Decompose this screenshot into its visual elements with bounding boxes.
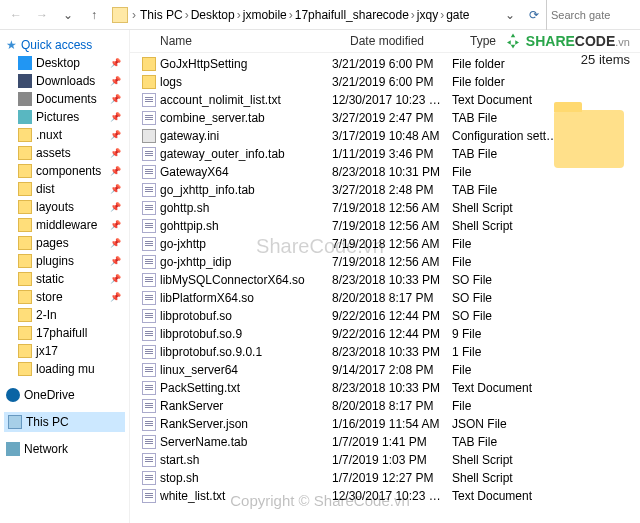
sidebar-item[interactable]: dist📌 <box>4 180 125 198</box>
desktop-icon <box>18 56 32 70</box>
file-row[interactable]: start.sh1/7/2019 1:03 PMShell Script <box>130 451 640 469</box>
pin-icon: 📌 <box>110 184 121 194</box>
file-name: libMySQLConnectorX64.so <box>142 273 332 287</box>
sidebar-item-label: 2-In <box>36 308 57 322</box>
file-row[interactable]: gohttp.sh7/19/2018 12:56 AMShell Script <box>130 199 640 217</box>
search-input[interactable]: Search gate <box>546 0 636 30</box>
sidebar-item[interactable]: plugins📌 <box>4 252 125 270</box>
pin-icon: 📌 <box>110 256 121 266</box>
file-type: File <box>452 237 562 251</box>
sidebar-item-label: jx17 <box>36 344 58 358</box>
sidebar-item[interactable]: 17phaifull <box>4 324 125 342</box>
file-type: TAB File <box>452 111 562 125</box>
sidebar-item[interactable]: assets📌 <box>4 144 125 162</box>
file-row[interactable]: libprotobuf.so.99/22/2016 12:44 PM9 File <box>130 325 640 343</box>
file-row[interactable]: go-jxhttp_idip7/19/2018 12:56 AMFile <box>130 253 640 271</box>
sidebar-item[interactable]: layouts📌 <box>4 198 125 216</box>
file-row[interactable]: ServerName.tab1/7/2019 1:41 PMTAB File <box>130 433 640 451</box>
file-date: 3/17/2019 10:48 AM <box>332 129 452 143</box>
pin-icon: 📌 <box>110 76 121 86</box>
file-row[interactable]: go_jxhttp_info.tab3/27/2018 2:48 PMTAB F… <box>130 181 640 199</box>
sidebar-item[interactable]: Documents📌 <box>4 90 125 108</box>
col-date-header[interactable]: Date modified <box>350 34 470 48</box>
file-row[interactable]: PackSetting.txt8/23/2018 10:33 PMText Do… <box>130 379 640 397</box>
chevron-right-icon: › <box>183 8 191 22</box>
refresh-button[interactable]: ⟳ <box>524 3 544 27</box>
star-icon: ★ <box>6 38 17 52</box>
sidebar-item[interactable]: static📌 <box>4 270 125 288</box>
file-row[interactable]: libprotobuf.so9/22/2016 12:44 PMSO File <box>130 307 640 325</box>
file-type: Text Document <box>452 489 562 503</box>
file-name: combine_server.tab <box>142 111 332 125</box>
sidebar-this-pc[interactable]: This PC <box>4 412 125 432</box>
file-row[interactable]: GoJxHttpSetting3/21/2019 6:00 PMFile fol… <box>130 55 640 73</box>
breadcrumb[interactable]: › This PC›Desktop›jxmobile›17phaifull_sh… <box>108 7 496 23</box>
file-row[interactable]: white_list.txt12/30/2017 10:23 …Text Doc… <box>130 487 640 505</box>
toolbar: ← → ⌄ ↑ › This PC›Desktop›jxmobile›17pha… <box>0 0 640 30</box>
sidebar-item-label: .nuxt <box>36 128 62 142</box>
sidebar-item[interactable]: Desktop📌 <box>4 54 125 72</box>
file-row[interactable]: RankServer.json1/16/2019 11:54 AMJSON Fi… <box>130 415 640 433</box>
file-row[interactable]: linux_server649/14/2017 2:08 PMFile <box>130 361 640 379</box>
file-row[interactable]: libprotobuf.so.9.0.18/23/2018 10:33 PM1 … <box>130 343 640 361</box>
sidebar-item[interactable]: Downloads📌 <box>4 72 125 90</box>
sidebar-item[interactable]: 2-In <box>4 306 125 324</box>
fileimg-icon <box>142 93 156 107</box>
file-name: libprotobuf.so.9 <box>142 327 332 341</box>
file-name: go-jxhttp <box>142 237 332 251</box>
nav-up[interactable]: ↑ <box>82 3 106 27</box>
file-name: go-jxhttp_idip <box>142 255 332 269</box>
file-row[interactable]: gohttpip.sh7/19/2018 12:56 AMShell Scrip… <box>130 217 640 235</box>
folder-icon <box>18 200 32 214</box>
chevron-right-icon: › <box>235 8 243 22</box>
sidebar-item-label: dist <box>36 182 55 196</box>
file-row[interactable]: go-jxhttp7/19/2018 12:56 AMFile <box>130 235 640 253</box>
file-date: 1/7/2019 12:27 PM <box>332 471 452 485</box>
sidebar-item[interactable]: jx17 <box>4 342 125 360</box>
file-row[interactable]: libPlatformX64.so8/20/2018 8:17 PMSO Fil… <box>130 289 640 307</box>
sidebar-onedrive[interactable]: OneDrive <box>4 386 125 404</box>
file-name: stop.sh <box>142 471 332 485</box>
breadcrumb-segment[interactable]: Desktop <box>191 8 235 22</box>
sidebar-item[interactable]: loading mu <box>4 360 125 378</box>
sidebar-item[interactable]: pages📌 <box>4 234 125 252</box>
quick-access-header[interactable]: ★ Quick access <box>4 36 125 54</box>
breadcrumb-segment[interactable]: 17phaifull_sharecode <box>295 8 409 22</box>
file-type: Shell Script <box>452 471 562 485</box>
sidebar-item[interactable]: components📌 <box>4 162 125 180</box>
folder-icon <box>18 128 32 142</box>
pic-icon <box>18 110 32 124</box>
col-name-header[interactable]: Name <box>160 34 350 48</box>
file-type: Shell Script <box>452 219 562 233</box>
sidebar-item[interactable]: Pictures📌 <box>4 108 125 126</box>
sidebar-item[interactable]: store📌 <box>4 288 125 306</box>
file-row[interactable]: RankServer8/20/2018 8:17 PMFile <box>130 397 640 415</box>
breadcrumb-segment[interactable]: gate <box>446 8 469 22</box>
fileimg-icon <box>142 147 156 161</box>
file-row[interactable]: stop.sh1/7/2019 12:27 PMShell Script <box>130 469 640 487</box>
nav-history-dropdown[interactable]: ⌄ <box>56 3 80 27</box>
file-date: 8/23/2018 10:33 PM <box>332 273 452 287</box>
breadcrumb-segment[interactable]: This PC <box>140 8 183 22</box>
file-row[interactable]: logs3/21/2019 6:00 PMFile folder <box>130 73 640 91</box>
breadcrumb-dropdown[interactable]: ⌄ <box>498 3 522 27</box>
breadcrumb-segment[interactable]: jxqy <box>417 8 438 22</box>
file-row[interactable]: libMySQLConnectorX64.so8/23/2018 10:33 P… <box>130 271 640 289</box>
nav-back[interactable]: ← <box>4 3 28 27</box>
file-date: 1/16/2019 11:54 AM <box>332 417 452 431</box>
sidebar-item-label: Desktop <box>36 56 80 70</box>
column-headers: Name Date modified Type <box>130 30 640 53</box>
fileimg-icon <box>142 327 156 341</box>
sidebar-item[interactable]: middleware📌 <box>4 216 125 234</box>
pin-icon: 📌 <box>110 202 121 212</box>
file-name: GoJxHttpSetting <box>142 57 332 71</box>
sidebar-item[interactable]: .nuxt📌 <box>4 126 125 144</box>
file-type: Configuration sett… <box>452 129 562 143</box>
nav-forward[interactable]: → <box>30 3 54 27</box>
file-date: 8/20/2018 8:17 PM <box>332 291 452 305</box>
sidebar-network[interactable]: Network <box>4 440 125 458</box>
chevron-right-icon: › <box>130 8 138 22</box>
col-type-header[interactable]: Type <box>470 34 580 48</box>
file-name: libprotobuf.so <box>142 309 332 323</box>
breadcrumb-segment[interactable]: jxmobile <box>243 8 287 22</box>
